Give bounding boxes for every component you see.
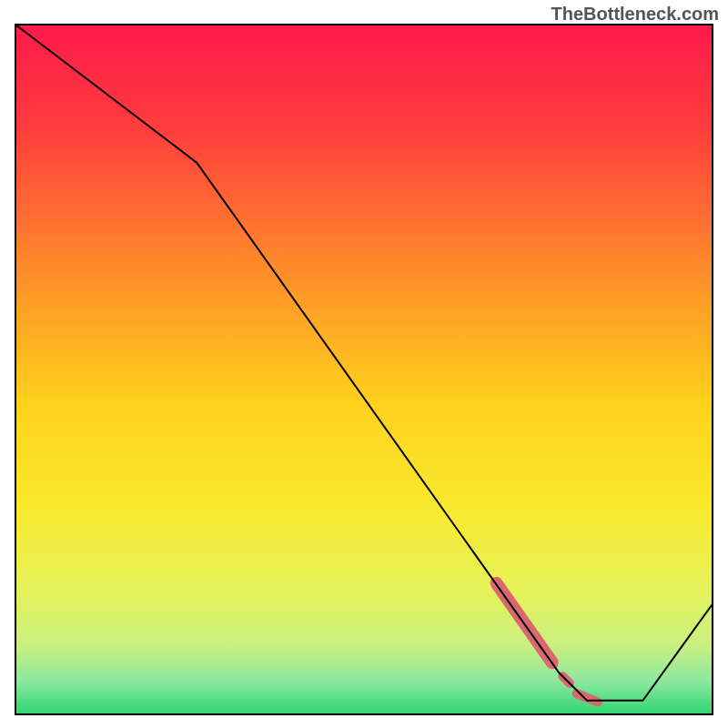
gradient-background xyxy=(15,25,713,714)
chart-container: TheBottleneck.com xyxy=(0,0,728,728)
watermark-label: TheBottleneck.com xyxy=(551,4,719,25)
bottleneck-chart xyxy=(0,0,728,728)
